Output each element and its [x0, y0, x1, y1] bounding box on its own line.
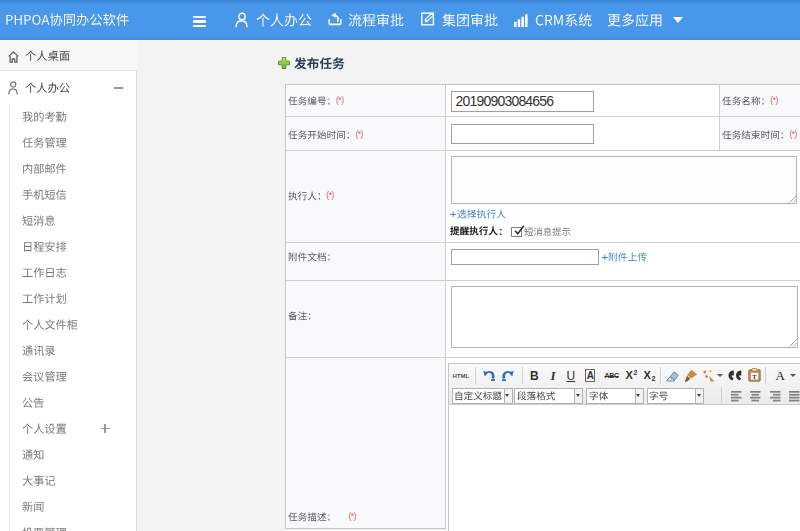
svg-text:T: T — [752, 373, 757, 380]
